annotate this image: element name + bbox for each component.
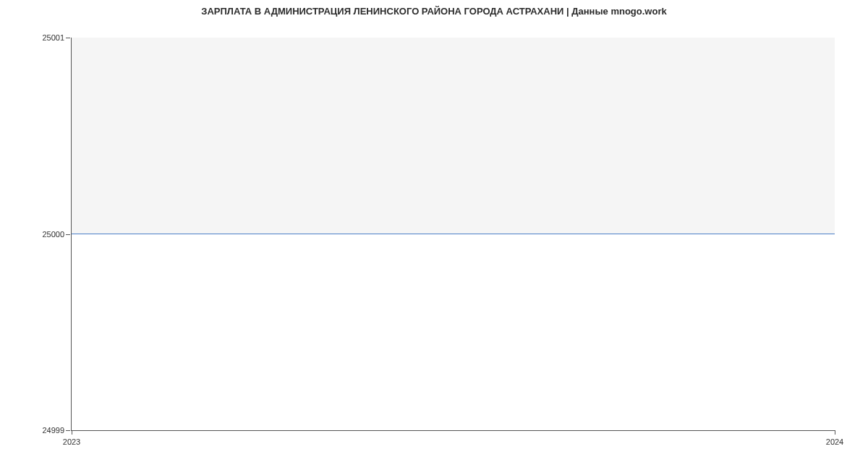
x-tick xyxy=(835,430,835,435)
area-fill xyxy=(72,38,835,234)
y-tick xyxy=(66,38,70,38)
y-tick xyxy=(66,234,70,235)
x-tick-label: 2024 xyxy=(826,437,843,446)
x-tick xyxy=(72,430,72,435)
chart-title: ЗАРПЛАТА В АДМИНИСТРАЦИЯ ЛЕНИНСКОГО РАЙО… xyxy=(0,6,868,17)
data-line xyxy=(72,234,835,234)
plot-area: 25001 25000 24999 2023 2024 xyxy=(71,38,835,431)
y-tick-label: 25000 xyxy=(42,230,64,239)
y-tick-label: 25001 xyxy=(42,33,64,42)
y-tick-label: 24999 xyxy=(42,426,64,435)
x-tick-label: 2023 xyxy=(63,437,80,446)
chart-container: ЗАРПЛАТА В АДМИНИСТРАЦИЯ ЛЕНИНСКОГО РАЙО… xyxy=(0,0,868,470)
y-tick xyxy=(66,430,70,431)
